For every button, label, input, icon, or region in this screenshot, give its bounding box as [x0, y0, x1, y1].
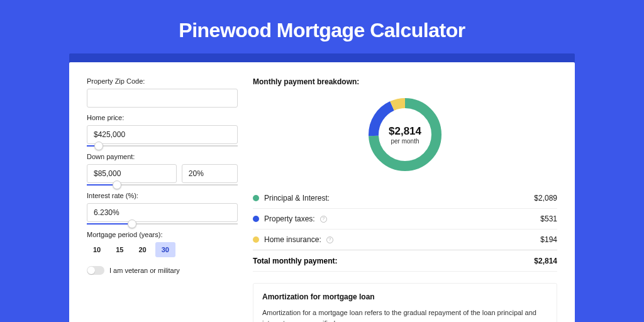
- slider-thumb-home-price[interactable]: [94, 142, 103, 150]
- field-interest: Interest rate (%):: [87, 192, 238, 225]
- legend-label: Principal & Interest:: [264, 194, 330, 203]
- toggle-knob: [87, 267, 95, 274]
- legend-label: Home insurance:: [264, 235, 321, 244]
- input-down-payment-amount[interactable]: [87, 164, 177, 183]
- period-option-10[interactable]: 10: [87, 242, 107, 257]
- legend-value: $531: [540, 214, 557, 223]
- slider-thumb-interest[interactable]: [128, 219, 136, 228]
- label-interest: Interest rate (%):: [87, 192, 238, 199]
- legend-row: Principal & Interest:$2,089: [253, 188, 557, 209]
- total-label: Total monthly payment:: [253, 257, 337, 265]
- donut-amount: $2,814: [389, 125, 421, 138]
- amortization-card: Amortization for mortgage loan Amortizat…: [253, 283, 557, 322]
- field-home-price: Home price:: [87, 114, 238, 147]
- label-home-price: Home price:: [87, 114, 238, 121]
- slider-thumb-down-payment[interactable]: [113, 180, 121, 189]
- period-option-20[interactable]: 20: [133, 242, 153, 257]
- legend-dot: [253, 216, 259, 222]
- input-zip[interactable]: [87, 89, 238, 108]
- amortization-body: Amortization for a mortgage loan refers …: [262, 308, 548, 322]
- inputs-column: Property Zip Code: Home price: Down paym…: [87, 77, 238, 322]
- label-veteran: I am veteran or military: [109, 267, 180, 274]
- slider-down-payment[interactable]: [87, 184, 238, 186]
- label-period: Mortgage period (years):: [87, 231, 238, 238]
- slider-home-price[interactable]: [87, 145, 238, 147]
- input-down-payment-pct[interactable]: [182, 164, 238, 183]
- period-option-15[interactable]: 15: [109, 242, 130, 257]
- toggle-veteran[interactable]: [87, 266, 104, 275]
- period-option-30[interactable]: 30: [155, 242, 175, 257]
- legend-label: Property taxes:: [264, 214, 315, 223]
- total-value: $2,814: [534, 257, 557, 265]
- label-down-payment: Down payment:: [87, 153, 238, 160]
- field-period: Mortgage period (years): 10152030: [87, 231, 238, 257]
- label-zip: Property Zip Code:: [87, 77, 238, 85]
- legend-value: $2,089: [534, 194, 557, 203]
- input-home-price[interactable]: [87, 125, 238, 144]
- amortization-title: Amortization for mortgage loan: [262, 292, 548, 301]
- legend-dot: [253, 195, 259, 201]
- donut-sub: per month: [391, 138, 419, 145]
- input-interest[interactable]: [87, 203, 238, 222]
- calculator-card: Property Zip Code: Home price: Down paym…: [69, 62, 575, 322]
- page-title: Pinewood Mortgage Calculator: [0, 0, 644, 53]
- info-icon[interactable]: ?: [320, 216, 327, 223]
- legend-dot: [253, 236, 259, 243]
- donut-chart: $2,814 per month: [365, 95, 445, 174]
- breakdown-title: Monthly payment breakdown:: [253, 77, 557, 86]
- legend-value: $194: [540, 235, 557, 244]
- field-veteran: I am veteran or military: [87, 266, 238, 275]
- field-zip: Property Zip Code:: [87, 77, 238, 108]
- legend-row: Property taxes:?$531: [253, 209, 557, 230]
- total-row: Total monthly payment: $2,814: [253, 250, 557, 272]
- legend-row: Home insurance:?$194: [253, 230, 557, 250]
- field-down-payment: Down payment:: [87, 153, 238, 186]
- info-icon[interactable]: ?: [326, 236, 333, 243]
- donut-chart-wrap: $2,814 per month: [253, 95, 557, 174]
- card-shadow: Property Zip Code: Home price: Down paym…: [69, 53, 575, 322]
- slider-interest[interactable]: [87, 223, 238, 225]
- breakdown-column: Monthly payment breakdown: $2,814 per mo…: [253, 77, 557, 322]
